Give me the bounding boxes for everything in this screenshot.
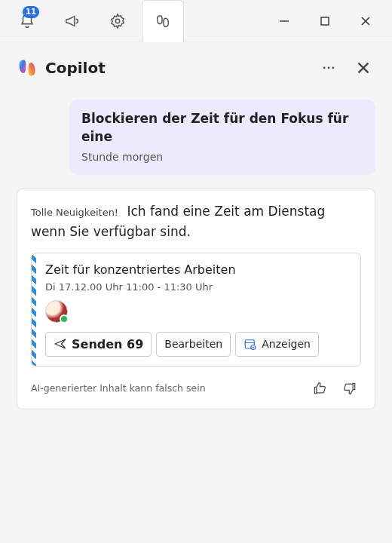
user-message-bubble: Blockieren der Zeit für den Fokus für ei…	[69, 100, 375, 175]
thumbs-up-button[interactable]	[308, 377, 331, 400]
maximize-button[interactable]	[305, 0, 345, 42]
pane-actions	[317, 56, 375, 80]
notifications-button[interactable]: 11	[6, 0, 48, 42]
copilot-icon	[155, 13, 171, 29]
event-color-stripe	[32, 253, 36, 366]
thumbs-down-icon	[342, 381, 357, 396]
thumbs-down-button[interactable]	[338, 377, 361, 400]
calendar-view-icon	[243, 337, 257, 351]
svg-point-6	[328, 67, 330, 69]
event-actions: Senden 69 Bearbeiten Anzeigen	[45, 332, 350, 357]
user-message-line1: Blockieren der Zeit für den Fokus für ei…	[81, 110, 363, 146]
copilot-tab[interactable]	[142, 0, 184, 42]
title-bar: 11	[0, 0, 392, 42]
gear-icon	[109, 13, 126, 29]
window-controls	[264, 0, 386, 42]
minimize-icon	[279, 16, 289, 26]
svg-point-7	[332, 67, 334, 69]
assistant-footer: AI-generierter Inhalt kann falsch sein	[31, 377, 361, 400]
notifications-badge: 11	[23, 6, 39, 18]
close-icon	[360, 16, 371, 26]
more-button[interactable]	[317, 56, 341, 80]
thumbs-up-icon	[312, 381, 327, 396]
assistant-card: Tolle Neuigkeiten! Ich fand eine Zeit am…	[17, 189, 375, 410]
send-button[interactable]: Senden 69	[45, 332, 152, 357]
event-title: Zeit für konzentriertes Arbeiten	[45, 262, 350, 277]
send-label: Senden 69	[72, 337, 143, 351]
copilot-logo-icon	[17, 57, 38, 78]
view-label: Anzeigen	[262, 338, 311, 350]
presence-available-icon	[60, 314, 69, 324]
ellipsis-icon	[321, 60, 336, 75]
minimize-button[interactable]	[264, 0, 305, 42]
pane-title: Copilot	[45, 59, 106, 77]
svg-point-5	[323, 67, 326, 69]
svg-point-13	[253, 347, 254, 348]
attendee-avatar[interactable]	[45, 300, 68, 323]
user-message-line2: Stunde morgen	[81, 151, 363, 163]
copilot-pane: Copilot Blockieren der Zeit für den Foku…	[0, 42, 392, 423]
send-icon	[54, 337, 67, 351]
megaphone-button[interactable]	[51, 0, 93, 42]
close-window-button[interactable]	[345, 0, 386, 42]
view-button[interactable]: Anzeigen	[235, 332, 319, 357]
svg-rect-2	[321, 17, 329, 25]
assistant-lead: Tolle Neuigkeiten!	[31, 207, 118, 218]
ai-disclaimer: AI-generierter Inhalt kann falsch sein	[31, 382, 206, 394]
title-bar-left: 11	[6, 0, 184, 42]
settings-button[interactable]	[96, 0, 139, 42]
close-icon	[357, 61, 370, 75]
event-time: Di 17.12.00 Uhr 11:00 - 11:30 Uhr	[45, 281, 350, 293]
pane-header: Copilot	[17, 56, 375, 80]
attendee-row	[45, 300, 350, 323]
event-card: Zeit für konzentriertes Arbeiten Di 17.1…	[31, 253, 361, 367]
edit-label: Bearbeiten	[164, 338, 222, 350]
edit-button[interactable]: Bearbeiten	[156, 332, 231, 357]
feedback-buttons	[308, 377, 361, 400]
svg-point-0	[115, 19, 120, 23]
close-pane-button[interactable]	[351, 56, 375, 80]
assistant-text: Tolle Neuigkeiten! Ich fand eine Zeit am…	[31, 201, 361, 242]
megaphone-icon	[64, 13, 81, 29]
maximize-icon	[320, 16, 330, 26]
